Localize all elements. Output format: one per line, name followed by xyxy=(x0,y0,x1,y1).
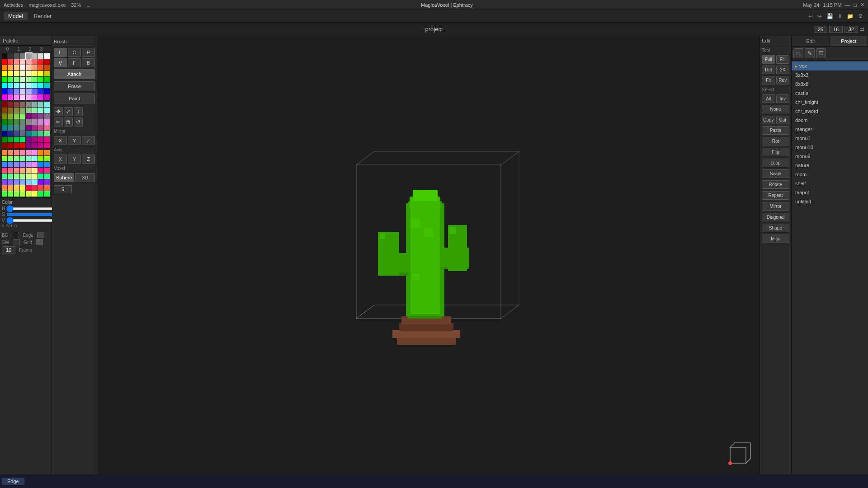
color-cell[interactable] xyxy=(38,143,43,148)
color-cell[interactable] xyxy=(14,83,19,88)
refresh-icon[interactable]: ↺ xyxy=(74,117,83,127)
tab-render[interactable]: Render xyxy=(29,12,56,20)
shape-button[interactable]: Shape xyxy=(762,224,789,232)
color-cell[interactable] xyxy=(2,53,7,59)
color-cell[interactable] xyxy=(32,113,38,119)
color-cell[interactable] xyxy=(2,113,7,119)
color-cell[interactable] xyxy=(20,162,25,167)
color-cell[interactable] xyxy=(44,108,50,113)
color-cell[interactable] xyxy=(20,179,25,185)
color-cell[interactable] xyxy=(26,168,32,173)
color-cell[interactable] xyxy=(14,168,19,173)
project-item-vox[interactable]: ▸ vox xyxy=(792,61,868,70)
tool-fill[interactable]: Fill xyxy=(776,55,790,64)
color-cell[interactable] xyxy=(44,59,50,65)
color-cell[interactable] xyxy=(14,143,19,148)
color-cell[interactable] xyxy=(44,191,50,197)
minimize-button[interactable]: — xyxy=(845,2,850,8)
color-cell[interactable] xyxy=(8,156,13,161)
color-cell[interactable] xyxy=(20,108,25,113)
color-cell[interactable] xyxy=(14,119,19,125)
dim-y-input[interactable] xyxy=(829,26,843,33)
color-cell[interactable] xyxy=(14,113,19,119)
color-cell[interactable] xyxy=(26,156,32,161)
color-cell[interactable] xyxy=(44,168,50,173)
app-name[interactable]: magicavoxel.exe xyxy=(28,2,66,8)
color-cell[interactable] xyxy=(8,77,13,82)
taskbar-edge[interactable]: Edge xyxy=(2,478,24,485)
color-cell[interactable] xyxy=(2,137,7,142)
axis-y[interactable]: Y xyxy=(68,155,81,164)
color-cell[interactable] xyxy=(32,53,38,59)
color-cell[interactable] xyxy=(14,150,19,155)
edge-color-swatch[interactable] xyxy=(37,232,44,238)
color-cell[interactable] xyxy=(44,89,50,94)
color-cell[interactable] xyxy=(20,174,25,179)
color-cell[interactable] xyxy=(26,65,32,70)
color-cell[interactable] xyxy=(26,162,32,167)
color-cell[interactable] xyxy=(32,59,38,65)
voxel-3d[interactable]: 3D xyxy=(75,173,95,182)
color-cell[interactable] xyxy=(26,59,32,65)
color-cell[interactable] xyxy=(38,83,43,88)
color-cell[interactable] xyxy=(2,143,7,148)
color-cell[interactable] xyxy=(38,53,43,59)
color-cell[interactable] xyxy=(2,102,7,107)
folder-icon[interactable]: 📁 xyxy=(847,13,854,19)
tab-project[interactable]: Project xyxy=(830,36,868,46)
color-cell[interactable] xyxy=(2,125,7,131)
color-cell[interactable] xyxy=(32,191,38,197)
new-model-icon[interactable]: □ xyxy=(793,48,803,58)
color-cell[interactable] xyxy=(38,137,43,142)
tab-edit[interactable]: Edit xyxy=(792,36,830,46)
color-cell[interactable] xyxy=(32,125,38,131)
color-cell[interactable] xyxy=(44,131,50,136)
sw-color-swatch[interactable] xyxy=(13,239,20,245)
color-cell[interactable] xyxy=(44,179,50,185)
color-cell[interactable] xyxy=(26,125,32,131)
dim-z-input[interactable] xyxy=(844,26,858,33)
color-cell[interactable] xyxy=(44,143,50,148)
color-cell[interactable] xyxy=(2,162,7,167)
tool-2x[interactable]: 2X xyxy=(776,66,790,74)
color-cell[interactable] xyxy=(20,94,25,100)
action-attach[interactable]: Attach xyxy=(54,69,95,79)
color-cell[interactable] xyxy=(38,108,43,113)
color-cell[interactable] xyxy=(2,83,7,88)
color-cell[interactable] xyxy=(38,168,43,173)
move-icon[interactable]: ✥ xyxy=(54,107,63,116)
color-cell[interactable] xyxy=(44,125,50,131)
color-cell[interactable] xyxy=(2,179,7,185)
color-cell[interactable] xyxy=(20,143,25,148)
color-cell[interactable] xyxy=(44,83,50,88)
color-cell[interactable] xyxy=(38,59,43,65)
color-cell[interactable] xyxy=(38,185,43,191)
color-cell[interactable] xyxy=(8,89,13,94)
project-item-doom[interactable]: doom xyxy=(792,116,868,125)
color-cell[interactable] xyxy=(2,185,7,191)
color-cell[interactable] xyxy=(20,185,25,191)
nav-cube[interactable] xyxy=(723,438,755,470)
project-item-castle[interactable]: castle xyxy=(792,89,868,98)
color-cell[interactable] xyxy=(38,89,43,94)
color-cell[interactable] xyxy=(20,59,25,65)
axis-z[interactable]: Z xyxy=(82,155,95,164)
color-cell[interactable] xyxy=(38,71,43,76)
color-cell[interactable] xyxy=(2,59,7,65)
edit-model-icon[interactable]: ✎ xyxy=(805,48,815,58)
paste-button[interactable]: Paste xyxy=(762,126,789,135)
color-cell[interactable] xyxy=(14,191,19,197)
color-cell[interactable] xyxy=(26,137,32,142)
color-cell[interactable] xyxy=(32,185,38,191)
color-cell[interactable] xyxy=(14,131,19,136)
color-cell[interactable] xyxy=(38,65,43,70)
color-cell[interactable] xyxy=(38,131,43,136)
color-cell[interactable] xyxy=(44,113,50,119)
color-cell[interactable] xyxy=(20,53,25,59)
color-cell[interactable] xyxy=(32,102,38,107)
settings-icon[interactable]: ⚙ xyxy=(858,13,863,19)
bg-color-swatch[interactable] xyxy=(12,232,19,238)
color-cell[interactable] xyxy=(26,83,32,88)
color-cell[interactable] xyxy=(44,150,50,155)
tool-fit[interactable]: Fit xyxy=(762,76,775,84)
